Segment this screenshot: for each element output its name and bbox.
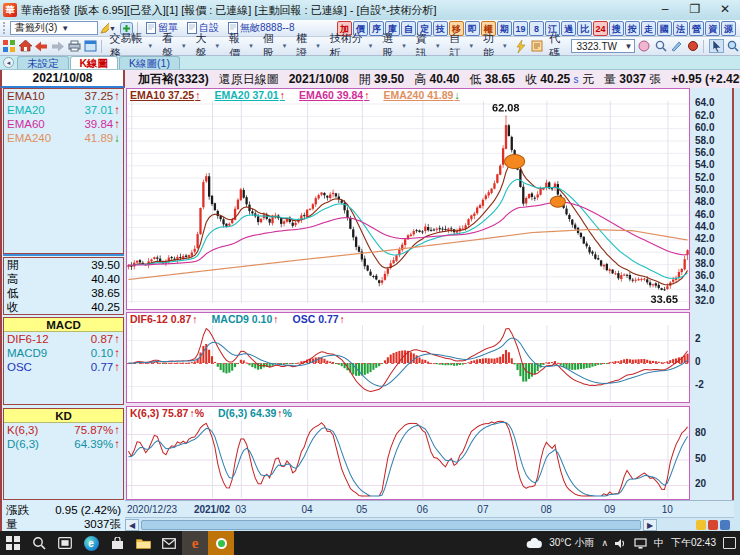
kd-canvas[interactable] xyxy=(127,419,689,498)
alert-icon[interactable] xyxy=(708,520,718,530)
quick-button-資[interactable]: 資 xyxy=(705,21,720,36)
ema-row-EMA20: EMA2037.01↑ xyxy=(4,103,123,117)
quick-button-法[interactable]: 法 xyxy=(673,21,688,36)
main-chart-legend: EMA10 37.25↑EMA20 37.01↑EMA60 39.84↑EMA2… xyxy=(127,89,689,101)
task-view-button[interactable] xyxy=(52,531,78,555)
temperature[interactable]: 30°C 小雨 xyxy=(549,536,594,550)
active-app-taskbar-icon[interactable] xyxy=(208,531,234,555)
chart-area[interactable]: EMA10 37.25↑EMA20 37.01↑EMA60 39.84↑EMA2… xyxy=(125,88,734,531)
horizontal-scrollbar[interactable]: ◀ ▶ xyxy=(125,517,734,531)
change-row-漲跌: 漲跌0.95 (2.42%) xyxy=(3,503,124,517)
bookmark-dropdown[interactable]: 書籤列(3) ▼ xyxy=(10,21,98,35)
zoom-tool-icon[interactable] xyxy=(726,39,740,53)
quick-button-國[interactable]: 國 xyxy=(657,21,672,36)
up-arrow-icon: ↑ xyxy=(114,104,120,116)
edge-browser-icon[interactable]: e xyxy=(78,531,104,555)
print-button[interactable] xyxy=(67,39,81,53)
kd-row-D(6,3): D(6,3)64.39%↑ xyxy=(4,437,123,451)
new-window-button[interactable] xyxy=(83,39,97,53)
apps-grid-icon[interactable] xyxy=(2,39,16,53)
scrollbar-thumb[interactable] xyxy=(141,520,641,530)
forward-button[interactable] xyxy=(51,39,65,53)
menu-選股[interactable]: 選股▾ xyxy=(377,38,411,55)
menu-看盤[interactable]: 看盤▾ xyxy=(157,38,191,55)
back-button[interactable] xyxy=(35,39,49,53)
store-icon[interactable] xyxy=(104,531,130,555)
cursor-tool-selected[interactable] xyxy=(709,39,723,53)
application-window: 華 華南e指發 [版本 6.95][已登入][1] [報價 : 已連線] [主動… xyxy=(0,0,740,555)
huanan-app-taskbar-icon[interactable]: e xyxy=(182,531,208,555)
ime-indicator[interactable]: 中 xyxy=(654,536,664,550)
quick-button-營[interactable]: 營 xyxy=(689,21,704,36)
alert-tool-icon[interactable] xyxy=(686,39,700,53)
hand-point-icon[interactable] xyxy=(637,39,651,53)
notification-center-icon[interactable] xyxy=(723,537,736,549)
menu-報價[interactable]: 報價▾ xyxy=(224,38,258,55)
macd-canvas[interactable] xyxy=(127,325,689,401)
quick-button-走[interactable]: 走 xyxy=(641,21,656,36)
mail-icon[interactable] xyxy=(156,531,182,555)
up-arrow-icon: ↑ xyxy=(114,118,120,130)
tab-scroll-button[interactable]: ◂ xyxy=(3,57,14,68)
view-tab-K線圖[interactable]: K線圖 xyxy=(70,56,119,69)
ohlc-row-收: 收40.25 xyxy=(4,300,123,314)
chart-type-label: 還原日線圖 xyxy=(219,71,279,88)
tray-expand-icon[interactable]: ∧ xyxy=(601,538,608,548)
lightning-icon[interactable] xyxy=(514,39,528,53)
start-button[interactable] xyxy=(0,531,26,555)
view-tab-未設定[interactable]: 未設定 xyxy=(17,56,69,69)
chevron-down-icon: ▾ xyxy=(249,42,253,50)
toolbar-grip xyxy=(3,22,7,34)
menu-技術分析[interactable]: 技術分析▾ xyxy=(325,38,377,55)
ohlc-label: 開 xyxy=(7,258,19,272)
minimize-button[interactable]: – xyxy=(650,1,680,19)
close-value: 40.25 xyxy=(540,72,570,86)
quick-button-19[interactable]: 19 xyxy=(513,21,528,36)
quick-button-8[interactable]: 8 xyxy=(529,21,544,36)
scroll-left-button[interactable]: ◀ xyxy=(125,519,139,531)
legend-D(6,3): D(6,3) 64.39↑% xyxy=(218,407,292,419)
ohlc-label: 收 xyxy=(7,300,19,314)
trade-date: 2021/10/08 xyxy=(289,72,349,86)
stock-code-input[interactable]: 3323.TW ▼ xyxy=(571,39,635,53)
home-button[interactable] xyxy=(18,39,32,53)
menu-交易帳務[interactable]: 交易帳務▾ xyxy=(104,38,156,55)
search-button[interactable] xyxy=(26,531,52,555)
view-tab-K線圖(1)[interactable]: K線圖(1) xyxy=(119,56,180,69)
ohlc-value: 39.50 xyxy=(91,259,120,271)
menu-大盤[interactable]: 大盤▾ xyxy=(191,38,225,55)
change-value: 0.95 (2.42%) xyxy=(55,504,121,516)
price-tick-60.0: 60.0 xyxy=(695,122,714,133)
search-icon[interactable] xyxy=(654,39,668,53)
menu-自訂[interactable]: 自訂▾ xyxy=(444,38,478,55)
network-icon[interactable] xyxy=(634,538,647,549)
menu-功能[interactable]: 功能▾ xyxy=(478,38,512,55)
menu-權證[interactable]: 權證▾ xyxy=(291,38,325,55)
file-explorer-icon[interactable] xyxy=(130,531,156,555)
quick-button-源[interactable]: 源 xyxy=(721,21,736,36)
macd-value: 0.87 xyxy=(91,333,113,345)
settings-icon[interactable] xyxy=(720,520,730,530)
cursor-date-box: 2021/10/08 xyxy=(0,70,125,88)
volume-icon[interactable] xyxy=(615,538,627,549)
macd-legend: DIF6-12 0.87↑MACD9 0.10↑OSC 0.77↑ xyxy=(127,313,689,325)
menu-資訊[interactable]: 資訊▾ xyxy=(411,38,445,55)
quick-button-技[interactable]: 技 xyxy=(433,21,448,36)
legend-DIF6-12: DIF6-12 0.87↑ xyxy=(130,313,198,325)
quick-button-自[interactable]: 自 xyxy=(401,21,416,36)
volume-row-量: 量3037張 xyxy=(3,517,124,531)
macd-tick-0: 0 xyxy=(695,356,701,367)
scroll-right-button[interactable]: ▶ xyxy=(643,519,657,531)
ohlc-value: 38.65 xyxy=(91,287,120,299)
candlestick-canvas[interactable] xyxy=(127,101,689,303)
draw-tool-icon[interactable] xyxy=(670,39,684,53)
maximize-button[interactable]: ❐ xyxy=(680,1,710,19)
kd-label: K(6,3) xyxy=(7,423,38,437)
windows-taskbar: e e 30°C 小雨 ∧ 中 下午02:43 xyxy=(0,531,740,555)
menu-個股[interactable]: 個股▾ xyxy=(258,38,292,55)
clock[interactable]: 下午02:43 xyxy=(671,536,716,550)
snapshot-icon[interactable] xyxy=(696,520,706,530)
up-arrow-icon: ↑ xyxy=(114,438,120,450)
notes-icon[interactable] xyxy=(530,39,544,53)
close-button[interactable]: ✕ xyxy=(710,1,740,19)
